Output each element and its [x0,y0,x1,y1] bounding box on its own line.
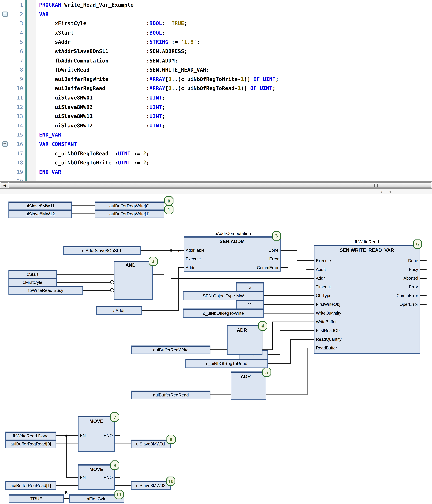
var-box[interactable]: auiBufferRegWrite [132,346,210,354]
var-box[interactable]: fbWriteRead.Busy [9,286,83,294]
scroll-left-button[interactable]: ◀ [1,182,8,189]
negation-circle-icon [110,280,114,284]
block-title: SEN.WRITE_READ_VAR [340,247,394,253]
fb-block-sen-write-read-var[interactable]: SEN.WRITE_READ_VARExecuteAbortAddrTimeou… [314,245,420,354]
horizontal-scrollbar[interactable]: ◀ [0,181,432,189]
line-number: 20 [0,178,23,181]
wire [66,436,78,477]
var-box[interactable]: c_uiNbOfRegToRead [186,359,268,368]
execution-order-badge: 6 [413,240,422,249]
fb-block-adr[interactable]: ADR [231,372,266,400]
var-box-label: auiBufferRegRead[0] [10,441,51,446]
line-number: 14 [0,122,23,129]
var-box-label: c_uiNbOfRegToRead [206,361,247,366]
code-line: VAR CONSTANT [39,141,77,147]
line-number: 19 [0,169,23,175]
var-box-label: 5 [249,285,251,289]
code-line: c_uiNbOfRegToWrite :UINT := 2; [39,160,149,166]
line-number: 15 [0,132,23,138]
execution-order-number: 10 [168,479,174,484]
input-pin-label: ReadQuantity [316,337,342,342]
code-line: auiBufferRegRead :ARRAY[0..(c_uiNbOfRegT… [39,85,276,92]
fb-block-adr[interactable]: ADR [227,325,262,354]
input-pin-label: Execute [186,257,201,261]
execution-order-number: 5 [265,370,268,375]
code-line: END_VAR [39,169,61,175]
fbd-network-canvas[interactable]: uiSlave8MW11uiSlave8MW12auiBufferRegWrit… [0,194,432,504]
st-code-editor[interactable]: 1PROGRAM Write_Read_Var_Example2VAR3 xFi… [0,0,432,181]
var-box-label: fbWriteRead.Busy [28,288,63,293]
var-box[interactable]: 5 [236,283,263,291]
fb-block-sen-addm[interactable]: SEN.ADDMAddrTableExecuteAddrDoneErrorCom… [184,237,280,271]
fb-block-move[interactable]: MOVEENENO [78,416,115,451]
panel-splitter[interactable] [0,189,432,194]
input-pin-label: Timeout [316,285,331,289]
output-pin-label: Error [269,257,279,261]
var-box[interactable]: auiBufferRegRead [132,391,210,399]
var-box[interactable]: uiSlave8MW01 [131,440,170,448]
input-pin-label: FirstWriteObj [316,302,340,307]
var-box-label: xFirstCyle [87,496,107,501]
var-box[interactable]: sAddr [96,306,142,315]
var-box[interactable]: auiBufferRegWrite[1] [95,210,164,218]
var-box[interactable]: auiBufferRegRead[0] [6,440,56,448]
fb-block-move[interactable]: MOVEENENO [78,465,115,489]
line-number: 5 [0,39,23,45]
var-box[interactable]: xStart [9,270,56,278]
execution-order-number: 9 [113,463,116,468]
code-line: END_VAR [39,132,61,138]
var-box-label: sAddr [113,308,125,313]
output-pin-label: Done [269,248,279,253]
text-caret: _ [46,173,49,180]
line-number: 7 [0,57,23,64]
var-box[interactable]: uiSlave8MW12 [9,210,72,218]
block-title: ADR [241,374,251,379]
execution-order-number: 6 [416,242,419,247]
var-box[interactable]: stAddrSlave8OnSL1 [63,246,140,254]
var-box[interactable]: fbWriteRead.Done [6,432,56,440]
execution-order-number: 7 [113,415,116,420]
input-pin-label: Abort [316,267,326,272]
scrollbar-thumb[interactable] [9,182,432,188]
fold-collapse-icon[interactable] [2,11,8,17]
var-box[interactable]: uiSlave8MW11 [9,202,72,210]
execution-order-number: 3 [275,234,278,238]
var-box[interactable]: auiBufferRegRead[1] [6,481,56,489]
execution-order-number: 8 [170,437,172,442]
output-pin-label: CommError [257,265,279,270]
var-box[interactable]: auiBufferRegWrite[0] [95,202,164,210]
code-line: uiSlave8MW12 :UINT; [39,122,165,129]
var-box[interactable]: SEN.ObjectType.MW [183,291,263,300]
var-box[interactable]: c_uiNbOfRegToWrite [183,309,263,318]
line-number: 13 [0,113,23,119]
var-box-label: auiBufferRegRead [153,393,189,397]
var-box[interactable]: uiSlave8MW02 [131,481,170,489]
execution-order-badge: 0 [165,197,173,205]
thumb-grip-icon [377,184,378,187]
var-box[interactable]: TRUE [9,495,63,503]
fb-block-and[interactable]: AND [114,261,153,299]
instance-label-fbwriteread: fbWriteRead [355,239,379,244]
line-number: 12 [0,104,23,110]
var-box[interactable]: xFirstCyle [9,278,56,286]
var-box-label: auiBufferRegWrite[1] [109,211,150,216]
splitter-down-icon[interactable]: ▼ [389,191,392,194]
breakpoint-margin [27,0,36,181]
output-pin-label: Done [408,258,418,263]
fold-collapse-icon[interactable] [2,141,8,147]
var-box[interactable]: 11 [236,300,263,309]
var-box-label: 11 [248,302,252,307]
input-pin-label: Addr [316,276,325,280]
line-number: 4 [0,30,23,36]
line-number: 18 [0,160,23,166]
code-line: xFirstCyle :BOOL:= TRUE; [39,20,187,27]
var-box-label: uiSlave8MW11 [26,203,54,208]
execution-order-badge: 10 [166,477,175,486]
splitter-up-icon[interactable]: ▲ [380,191,383,194]
line-number: 1 [0,2,23,8]
var-box-label: fbWriteRead.Done [13,433,49,438]
gutter-divider [26,0,27,181]
var-box-label: TRUE [30,496,42,501]
var-box-label: uiSlave8MW02 [136,483,165,488]
var-box-label: c_uiNbOfRegToWrite [203,311,244,316]
